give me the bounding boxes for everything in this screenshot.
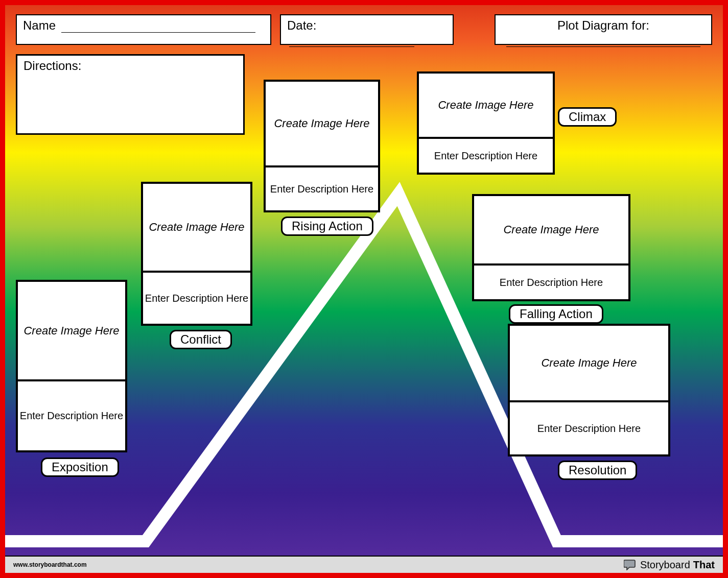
brand-logo: StoryboardThat xyxy=(624,559,715,571)
resolution-description[interactable]: Enter Description Here xyxy=(510,402,668,454)
conflict-card[interactable]: Create Image Here Enter Description Here xyxy=(141,182,252,326)
brand-text-that: That xyxy=(693,559,715,571)
exposition-card[interactable]: Create Image Here Enter Description Here xyxy=(16,280,127,452)
plot-diagram-for-box[interactable]: Plot Diagram for: xyxy=(495,14,712,45)
rising-action-card[interactable]: Create Image Here Enter Description Here xyxy=(264,80,380,212)
exposition-image-slot[interactable]: Create Image Here xyxy=(18,282,125,381)
worksheet-stage: Name Date: Plot Diagram for: Directions:… xyxy=(0,0,728,578)
directions-label: Directions: xyxy=(24,59,81,73)
conflict-image-slot[interactable]: Create Image Here xyxy=(143,184,250,273)
brand-text-storyboard: Storyboard xyxy=(640,559,690,571)
date-field-box[interactable]: Date: xyxy=(280,14,454,45)
plot-diagram-for-label: Plot Diagram for: xyxy=(502,18,705,33)
falling-action-card[interactable]: Create Image Here Enter Description Here xyxy=(472,194,630,301)
footer-url: www.storyboardthat.com xyxy=(13,561,87,568)
resolution-image-slot[interactable]: Create Image Here xyxy=(510,326,668,402)
climax-image-slot[interactable]: Create Image Here xyxy=(419,74,553,139)
date-underline xyxy=(289,35,414,47)
rising-action-label-pill: Rising Action xyxy=(281,216,373,236)
climax-label-pill: Climax xyxy=(558,107,617,127)
footer-bar: www.storyboardthat.com StoryboardThat xyxy=(5,556,723,573)
falling-action-image-slot[interactable]: Create Image Here xyxy=(474,196,628,266)
resolution-label-pill: Resolution xyxy=(558,461,637,480)
falling-action-label-pill: Falling Action xyxy=(509,304,603,324)
rising-action-description[interactable]: Enter Description Here xyxy=(266,167,378,210)
climax-card[interactable]: Create Image Here Enter Description Here xyxy=(417,71,555,175)
speech-bubble-icon xyxy=(624,559,637,570)
conflict-label-pill: Conflict xyxy=(170,330,232,349)
climax-description[interactable]: Enter Description Here xyxy=(419,139,553,173)
name-label: Name xyxy=(23,18,56,32)
resolution-card[interactable]: Create Image Here Enter Description Here xyxy=(508,324,670,456)
title-underline xyxy=(506,35,700,47)
name-underline xyxy=(61,21,255,33)
name-field-box[interactable]: Name xyxy=(16,14,271,45)
exposition-label-pill: Exposition xyxy=(41,457,119,477)
date-label: Date: xyxy=(287,18,316,32)
rising-action-image-slot[interactable]: Create Image Here xyxy=(266,82,378,167)
exposition-description[interactable]: Enter Description Here xyxy=(18,381,125,450)
conflict-description[interactable]: Enter Description Here xyxy=(143,273,250,324)
directions-box[interactable]: Directions: xyxy=(16,54,245,135)
falling-action-description[interactable]: Enter Description Here xyxy=(474,266,628,299)
